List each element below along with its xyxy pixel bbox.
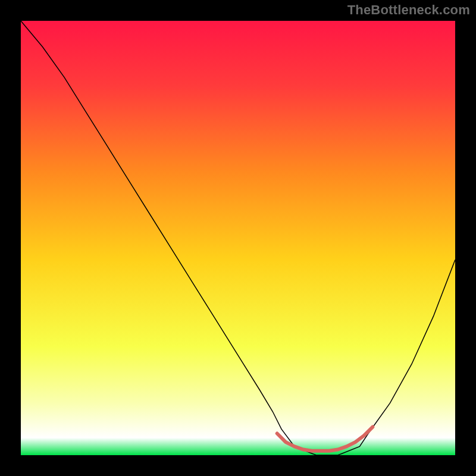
bottleneck-chart — [21, 21, 455, 455]
chart-background — [21, 21, 455, 455]
attribution-text: TheBottleneck.com — [347, 2, 470, 18]
chart-frame — [21, 21, 455, 455]
